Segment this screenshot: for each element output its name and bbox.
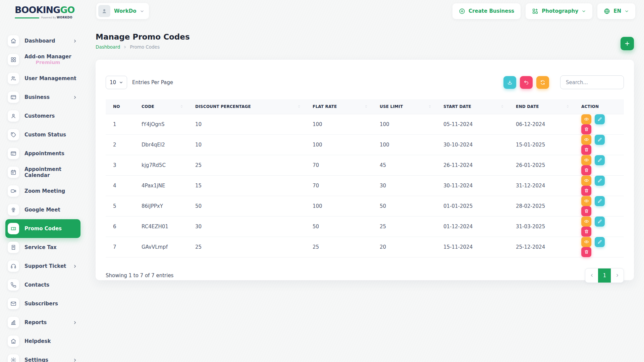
trash-icon [584,188,589,193]
pagination-page-1[interactable]: 1 [598,268,611,283]
edit-button[interactable] [595,196,605,206]
reset-button[interactable] [520,76,533,89]
cell-end: 31-03-2025 [508,216,574,237]
sidebar-item-label: Helpdesk [24,338,51,344]
sort-icon [179,104,184,109]
search-input[interactable] [560,75,624,89]
sidebar-item-add-on-manager[interactable]: Add-on ManagerPremium [0,50,88,69]
sidebar-item-dashboard[interactable]: Dashboard [0,32,88,50]
table-row: 2Dbr4qEI21010010030-10-202415-01-2025 [106,134,624,155]
column-header-end-date[interactable]: END DATE [508,99,574,114]
trash-icon [584,168,589,173]
cell-action [574,196,624,216]
page-title: Manage Promo Codes [96,33,634,41]
edit-button[interactable] [595,114,605,124]
promo-codes-table: NOCODEDISCOUNT PERCENTAGEFLAT RATEUSE LI… [106,99,624,257]
cell-code: kjg7Rd5C [134,155,188,175]
app-logo[interactable]: BOOKINGGO Powered By WORKDO [15,5,72,19]
pagination-prev-button[interactable] [585,268,598,283]
pencil-icon [597,239,602,244]
business-type-dropdown[interactable]: Photography [526,3,592,19]
sidebar-item-promo-codes[interactable]: Promo Codes [5,219,80,238]
cell-start: 05-11-2024 [436,114,508,134]
column-header-use-limit[interactable]: USE LIMIT [372,99,436,114]
home-icon [10,338,16,344]
breadcrumb-dashboard-link[interactable]: Dashboard [96,44,120,50]
cell-no: 7 [106,237,134,257]
sidebar-item-appointment-calendar[interactable]: Appointment Calendar [0,163,88,182]
pagination-next-button[interactable] [611,268,624,283]
eye-icon [584,137,589,142]
edit-button[interactable] [595,217,605,227]
sidebar-item-label: Subscribers [24,301,58,307]
sidebar-item-google-meet[interactable]: Google Meet [0,200,88,219]
cell-discount: 10 [188,114,305,134]
delete-button[interactable] [581,227,591,237]
chev-right-icon [73,76,77,81]
entries-per-page-select[interactable]: 10 [106,76,127,89]
column-header-flat-rate[interactable]: FLAT RATE [305,99,372,114]
view-button[interactable] [581,217,591,227]
delete-button[interactable] [581,206,591,216]
delete-button[interactable] [581,165,591,175]
refresh-button[interactable] [536,76,549,89]
phone-icon [10,282,16,288]
sidebar-item-customers[interactable]: Customers [0,107,88,125]
column-header-code[interactable]: CODE [134,99,188,114]
sidebar-item-contacts[interactable]: Contacts [0,276,88,294]
eye-icon [584,198,589,203]
cell-discount: 10 [188,134,305,155]
cell-discount: 30 [188,216,305,237]
cell-no: 5 [106,196,134,216]
view-button[interactable] [581,237,591,247]
cell-start: 26-11-2024 [436,155,508,175]
column-header-discount-percentage[interactable]: DISCOUNT PERCENTAGE [188,99,305,114]
sidebar-item-appointments[interactable]: Appointments [0,144,88,163]
sidebar-item-reports[interactable]: Reports [0,313,88,332]
language-dropdown[interactable]: EN [597,3,635,19]
create-business-button[interactable]: Create Business [452,3,521,19]
cell-action [574,155,624,175]
pencil-icon [597,158,602,163]
add-promo-code-button[interactable] [621,37,634,50]
view-button[interactable] [581,176,591,186]
sidebar-item-settings[interactable]: Settings [0,351,88,362]
download-icon [507,80,513,85]
webcam-icon [8,204,19,216]
delete-button[interactable] [581,145,591,155]
table-body: 1fY4jOgnS1010010005-11-202406-12-20242Db… [106,114,624,257]
sidebar-item-support-ticket[interactable]: Support Ticket [0,257,88,276]
sidebar-item-label: Google Meet [24,207,60,213]
sidebar-item-user-management[interactable]: User Management [0,69,88,88]
cell-discount: 25 [188,155,305,175]
delete-button[interactable] [581,186,591,196]
view-button[interactable] [581,155,591,165]
sidebar-item-helpdesk[interactable]: Helpdesk [0,332,88,351]
column-header-start-date[interactable]: START DATE [436,99,508,114]
edit-button[interactable] [595,176,605,186]
cell-end: 31-12-2024 [508,175,574,196]
edit-button[interactable] [595,135,605,145]
export-button[interactable] [503,76,516,89]
user-icon [8,110,19,122]
view-button[interactable] [581,135,591,145]
calendar-icon [10,169,16,175]
workspace-switcher[interactable]: WorkDo [96,3,149,19]
sidebar-item-business[interactable]: Business [0,88,88,107]
delete-button[interactable] [581,247,591,257]
delete-button[interactable] [581,124,591,134]
view-button[interactable] [581,196,591,206]
cell-action [574,114,624,134]
sidebar-item-subscribers[interactable]: Subscribers [0,294,88,313]
sidebar-item-label: User Management [24,75,76,81]
sidebar-item-zoom-meeting[interactable]: Zoom Meeting [0,182,88,200]
table-row: 1fY4jOgnS1010010005-11-202406-12-2024 [106,114,624,134]
edit-button[interactable] [595,237,605,247]
sidebar-item-label: Dashboard [24,38,55,44]
refresh-icon [540,80,545,85]
topbar-actions: Create Business Photography EN [452,3,635,19]
edit-button[interactable] [595,155,605,165]
sidebar-item-custom-status[interactable]: Custom Status [0,125,88,144]
sidebar-item-service-tax[interactable]: Service Tax [0,238,88,257]
view-button[interactable] [581,114,591,124]
